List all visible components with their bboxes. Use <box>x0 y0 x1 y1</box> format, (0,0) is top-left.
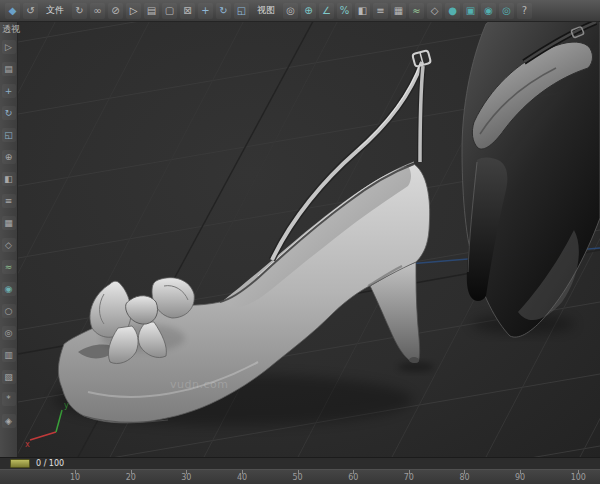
align-icon[interactable]: ≡ <box>2 194 16 208</box>
tick-30: 30 <box>181 470 191 483</box>
pivot-center-icon[interactable]: ◎ <box>283 3 298 19</box>
high-heel-shoe-back[interactable] <box>462 22 600 337</box>
viewport[interactable]: x y <box>18 22 600 457</box>
viewport-canvas: x y <box>18 22 600 457</box>
tick-50: 50 <box>293 470 303 483</box>
select-by-name-icon[interactable]: ▤ <box>2 62 16 76</box>
time-slider-handle[interactable] <box>10 459 30 468</box>
rotate-tool-icon[interactable]: ↻ <box>2 106 16 120</box>
tick-10: 10 <box>70 470 80 483</box>
hierarchy-icon[interactable]: ▧ <box>2 370 16 384</box>
time-slider[interactable]: 0 / 100 <box>0 457 600 469</box>
tick-80: 80 <box>459 470 469 483</box>
render-icon[interactable]: ◎ <box>499 3 514 19</box>
utilities-icon[interactable]: * <box>2 392 16 406</box>
tick-90: 90 <box>515 470 525 483</box>
scale-tool-icon[interactable]: ◱ <box>2 128 16 142</box>
align-icon[interactable]: ≡ <box>373 3 388 19</box>
tick-20: 20 <box>126 470 136 483</box>
select-by-name-icon[interactable]: ▤ <box>144 3 159 19</box>
material-editor-icon[interactable]: ● <box>445 3 460 19</box>
left-toolbar: ▷▤+↻◱⊕◧≡▦◇≈◉○◎▥▧*◈ <box>0 22 18 457</box>
render-setup-icon[interactable]: ▣ <box>463 3 478 19</box>
curve-editor-icon[interactable]: ≈ <box>409 3 424 19</box>
high-heel-shoe-front[interactable] <box>53 50 434 426</box>
snap-toggle-icon[interactable]: ⊕ <box>301 3 316 19</box>
help-icon[interactable]: ? <box>517 3 532 19</box>
angle-snap-icon[interactable]: ∠ <box>319 3 334 19</box>
workspace: ▷▤+↻◱⊕◧≡▦◇≈◉○◎▥▧*◈ <box>0 22 600 457</box>
move-tool-icon[interactable]: + <box>198 3 213 19</box>
grid-icon[interactable]: ▥ <box>2 348 16 362</box>
light-icon[interactable]: ○ <box>2 304 16 318</box>
material-editor-icon[interactable]: ◉ <box>2 282 16 296</box>
rotate-tool-icon[interactable]: ↻ <box>216 3 231 19</box>
scale-tool-icon[interactable]: ◱ <box>234 3 249 19</box>
select-link-icon[interactable]: ∞ <box>90 3 105 19</box>
select-object-icon[interactable]: ▷ <box>126 3 141 19</box>
tick-70: 70 <box>404 470 414 483</box>
frame-indicator: 0 / 100 <box>36 459 64 469</box>
camera-icon[interactable]: ◎ <box>2 326 16 340</box>
undo-icon[interactable]: ↺ <box>23 3 38 19</box>
top-toolbar: ◆↺文件↻∞⊘▷▤▢⊠+↻◱视图◎⊕∠%◧≡▦≈◇●▣◉◎? <box>0 0 600 22</box>
mirror-icon[interactable]: ◧ <box>2 172 16 186</box>
select-object-icon[interactable]: ▷ <box>2 40 16 54</box>
schematic-view-icon[interactable]: ◇ <box>427 3 442 19</box>
layers-icon[interactable]: ▦ <box>2 216 16 230</box>
render-frame-icon[interactable]: ◉ <box>481 3 496 19</box>
unlink-icon[interactable]: ⊘ <box>108 3 123 19</box>
shoe-front-buckle <box>412 50 431 67</box>
watermark: vudn.com <box>170 378 228 391</box>
track-bar[interactable]: 102030405060708090100 <box>0 469 600 484</box>
percent-snap-icon[interactable]: % <box>337 3 352 19</box>
shapes-icon[interactable]: ◇ <box>2 238 16 252</box>
mirror-icon[interactable]: ◧ <box>355 3 370 19</box>
tick-100: 100 <box>571 470 586 483</box>
menu-view[interactable]: 视图 <box>252 4 280 17</box>
settings-icon[interactable]: ◈ <box>2 414 16 428</box>
3d-app-window: ◆↺文件↻∞⊘▷▤▢⊠+↻◱视图◎⊕∠%◧≡▦≈◇●▣◉◎? 透视 ▷▤+↻◱⊕… <box>0 0 600 484</box>
axis-x-label: x <box>25 440 30 449</box>
layers-icon[interactable]: ▦ <box>391 3 406 19</box>
menu-file[interactable]: 文件 <box>41 4 69 17</box>
viewport-label[interactable]: 透视 <box>2 24 20 34</box>
app-logo-icon[interactable]: ◆ <box>5 3 20 19</box>
curve-editor-icon[interactable]: ≈ <box>2 260 16 274</box>
move-tool-icon[interactable]: + <box>2 84 16 98</box>
tick-60: 60 <box>348 470 358 483</box>
tick-40: 40 <box>237 470 247 483</box>
rect-selection-icon[interactable]: ▢ <box>162 3 177 19</box>
crossing-selection-icon[interactable]: ⊠ <box>180 3 195 19</box>
snap-toggle-icon[interactable]: ⊕ <box>2 150 16 164</box>
redo-icon[interactable]: ↻ <box>72 3 87 19</box>
